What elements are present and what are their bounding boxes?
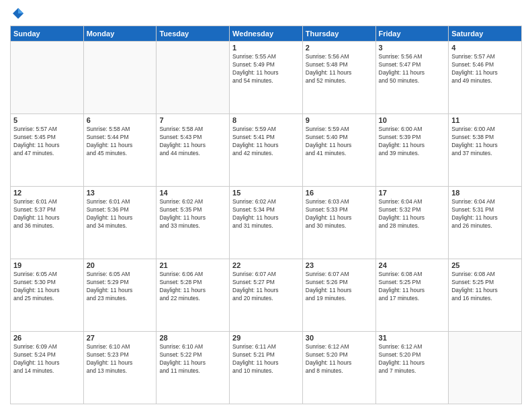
day-number: 8 — [232, 116, 300, 124]
calendar-week-row-0: 1Sunrise: 5:55 AM Sunset: 5:49 PM Daylig… — [11, 42, 522, 114]
day-info: Sunrise: 6:11 AM Sunset: 5:21 PM Dayligh… — [232, 343, 300, 375]
day-info: Sunrise: 6:12 AM Sunset: 5:20 PM Dayligh… — [306, 343, 373, 375]
day-number: 22 — [232, 261, 300, 269]
calendar-cell: 11Sunrise: 6:00 AM Sunset: 5:38 PM Dayli… — [449, 114, 522, 187]
day-info: Sunrise: 6:01 AM Sunset: 5:37 PM Dayligh… — [13, 198, 81, 230]
day-info: Sunrise: 6:02 AM Sunset: 5:34 PM Dayligh… — [232, 198, 300, 230]
calendar-cell: 5Sunrise: 5:57 AM Sunset: 5:45 PM Daylig… — [11, 114, 84, 187]
day-info: Sunrise: 6:05 AM Sunset: 5:29 PM Dayligh… — [87, 271, 154, 303]
day-info: Sunrise: 6:02 AM Sunset: 5:35 PM Dayligh… — [159, 198, 226, 230]
day-info: Sunrise: 6:08 AM Sunset: 5:25 PM Dayligh… — [451, 271, 519, 303]
calendar-cell: 26Sunrise: 6:09 AM Sunset: 5:24 PM Dayli… — [11, 332, 84, 404]
calendar-cell: 17Sunrise: 6:04 AM Sunset: 5:32 PM Dayli… — [375, 187, 449, 259]
day-number: 2 — [306, 44, 373, 52]
weekday-header-thursday: Thursday — [302, 26, 375, 42]
calendar-cell: 3Sunrise: 5:56 AM Sunset: 5:47 PM Daylig… — [375, 42, 449, 114]
calendar-week-row-4: 26Sunrise: 6:09 AM Sunset: 5:24 PM Dayli… — [11, 332, 522, 404]
day-number: 28 — [159, 334, 226, 342]
calendar-cell: 15Sunrise: 6:02 AM Sunset: 5:34 PM Dayli… — [230, 187, 303, 259]
day-number: 11 — [451, 116, 519, 124]
day-number: 24 — [379, 261, 446, 269]
calendar-cell: 16Sunrise: 6:03 AM Sunset: 5:33 PM Dayli… — [302, 187, 375, 259]
day-number: 9 — [306, 116, 373, 124]
weekday-header-monday: Monday — [83, 26, 157, 42]
weekday-header-sunday: Sunday — [11, 26, 84, 42]
calendar-cell: 12Sunrise: 6:01 AM Sunset: 5:37 PM Dayli… — [11, 187, 84, 259]
day-number: 15 — [232, 189, 300, 197]
day-info: Sunrise: 6:06 AM Sunset: 5:28 PM Dayligh… — [159, 271, 226, 303]
day-number: 18 — [451, 189, 519, 197]
calendar-cell: 13Sunrise: 6:01 AM Sunset: 5:36 PM Dayli… — [83, 187, 157, 259]
calendar-week-row-1: 5Sunrise: 5:57 AM Sunset: 5:45 PM Daylig… — [11, 114, 522, 187]
day-number: 5 — [13, 116, 81, 124]
day-number: 19 — [13, 261, 81, 269]
day-number: 6 — [87, 116, 154, 124]
calendar-cell — [157, 42, 230, 114]
day-number: 27 — [87, 334, 154, 342]
day-info: Sunrise: 6:01 AM Sunset: 5:36 PM Dayligh… — [87, 198, 154, 230]
day-info: Sunrise: 6:00 AM Sunset: 5:39 PM Dayligh… — [379, 126, 446, 158]
day-number: 7 — [159, 116, 226, 124]
calendar-table: SundayMondayTuesdayWednesdayThursdayFrid… — [10, 26, 522, 404]
calendar-cell: 18Sunrise: 6:04 AM Sunset: 5:31 PM Dayli… — [449, 187, 522, 259]
day-info: Sunrise: 5:58 AM Sunset: 5:43 PM Dayligh… — [159, 126, 226, 158]
calendar-cell: 22Sunrise: 6:07 AM Sunset: 5:27 PM Dayli… — [230, 259, 303, 332]
day-number: 25 — [451, 261, 519, 269]
day-number: 29 — [232, 334, 300, 342]
day-info: Sunrise: 6:04 AM Sunset: 5:32 PM Dayligh… — [379, 198, 446, 230]
day-info: Sunrise: 6:10 AM Sunset: 5:22 PM Dayligh… — [159, 343, 226, 375]
day-info: Sunrise: 6:09 AM Sunset: 5:24 PM Dayligh… — [13, 343, 81, 375]
day-number: 1 — [232, 44, 300, 52]
logo-icon — [11, 7, 25, 20]
calendar-week-row-3: 19Sunrise: 6:05 AM Sunset: 5:30 PM Dayli… — [11, 259, 522, 332]
calendar-cell: 27Sunrise: 6:10 AM Sunset: 5:23 PM Dayli… — [83, 332, 157, 404]
day-number: 26 — [13, 334, 81, 342]
weekday-header-friday: Friday — [375, 26, 449, 42]
day-number: 23 — [306, 261, 373, 269]
calendar-cell: 6Sunrise: 5:58 AM Sunset: 5:44 PM Daylig… — [83, 114, 157, 187]
calendar-cell: 7Sunrise: 5:58 AM Sunset: 5:43 PM Daylig… — [157, 114, 230, 187]
day-info: Sunrise: 5:57 AM Sunset: 5:46 PM Dayligh… — [451, 53, 519, 85]
calendar-cell: 1Sunrise: 5:55 AM Sunset: 5:49 PM Daylig… — [230, 42, 303, 114]
page: SundayMondayTuesdayWednesdayThursdayFrid… — [0, 0, 532, 411]
day-info: Sunrise: 6:04 AM Sunset: 5:31 PM Dayligh… — [451, 198, 519, 230]
calendar-cell: 29Sunrise: 6:11 AM Sunset: 5:21 PM Dayli… — [230, 332, 303, 404]
day-info: Sunrise: 5:58 AM Sunset: 5:44 PM Dayligh… — [87, 126, 154, 158]
weekday-header-tuesday: Tuesday — [157, 26, 230, 42]
day-info: Sunrise: 6:10 AM Sunset: 5:23 PM Dayligh… — [87, 343, 154, 375]
calendar-cell: 14Sunrise: 6:02 AM Sunset: 5:35 PM Dayli… — [157, 187, 230, 259]
calendar-cell — [83, 42, 157, 114]
day-info: Sunrise: 6:07 AM Sunset: 5:26 PM Dayligh… — [306, 271, 373, 303]
day-info: Sunrise: 6:12 AM Sunset: 5:20 PM Dayligh… — [379, 343, 446, 375]
day-info: Sunrise: 5:59 AM Sunset: 5:40 PM Dayligh… — [306, 126, 373, 158]
calendar-cell: 23Sunrise: 6:07 AM Sunset: 5:26 PM Dayli… — [302, 259, 375, 332]
weekday-header-row: SundayMondayTuesdayWednesdayThursdayFrid… — [11, 26, 522, 42]
day-number: 3 — [379, 44, 446, 52]
day-info: Sunrise: 5:56 AM Sunset: 5:48 PM Dayligh… — [306, 53, 373, 85]
day-info: Sunrise: 6:05 AM Sunset: 5:30 PM Dayligh… — [13, 271, 81, 303]
calendar-cell: 24Sunrise: 6:08 AM Sunset: 5:25 PM Dayli… — [375, 259, 449, 332]
header — [10, 7, 522, 20]
day-number: 12 — [13, 189, 81, 197]
day-info: Sunrise: 6:07 AM Sunset: 5:27 PM Dayligh… — [232, 271, 300, 303]
weekday-header-saturday: Saturday — [449, 26, 522, 42]
calendar-cell: 21Sunrise: 6:06 AM Sunset: 5:28 PM Dayli… — [157, 259, 230, 332]
day-number: 10 — [379, 116, 446, 124]
day-info: Sunrise: 5:55 AM Sunset: 5:49 PM Dayligh… — [232, 53, 300, 85]
calendar-cell: 30Sunrise: 6:12 AM Sunset: 5:20 PM Dayli… — [302, 332, 375, 404]
calendar-cell: 28Sunrise: 6:10 AM Sunset: 5:22 PM Dayli… — [157, 332, 230, 404]
day-info: Sunrise: 5:57 AM Sunset: 5:45 PM Dayligh… — [13, 126, 81, 158]
day-number: 30 — [306, 334, 373, 342]
logo-text — [10, 7, 26, 20]
calendar-cell: 25Sunrise: 6:08 AM Sunset: 5:25 PM Dayli… — [449, 259, 522, 332]
day-number: 31 — [379, 334, 446, 342]
calendar-cell — [449, 332, 522, 404]
calendar-cell — [11, 42, 84, 114]
day-number: 13 — [87, 189, 154, 197]
logo — [10, 7, 26, 20]
day-number: 17 — [379, 189, 446, 197]
calendar-cell: 8Sunrise: 5:59 AM Sunset: 5:41 PM Daylig… — [230, 114, 303, 187]
day-number: 16 — [306, 189, 373, 197]
day-info: Sunrise: 6:03 AM Sunset: 5:33 PM Dayligh… — [306, 198, 373, 230]
calendar-cell: 2Sunrise: 5:56 AM Sunset: 5:48 PM Daylig… — [302, 42, 375, 114]
